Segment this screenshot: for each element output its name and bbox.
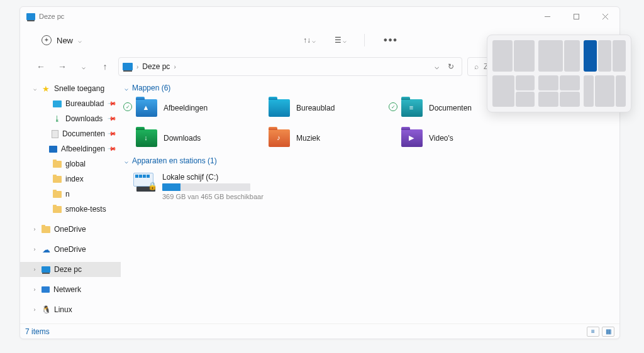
svg-rect-1 — [574, 14, 579, 19]
network-icon — [42, 286, 50, 293]
minimize-button[interactable] — [533, 7, 562, 26]
status-bar: 7 items ≡ ▦ — [20, 323, 619, 339]
drive-label: Lokale schijf (C:) — [162, 173, 264, 182]
plus-icon: + — [42, 35, 52, 45]
drive-item[interactable]: 🔒 Lokale schijf (C:) 369 GB van 465 GB b… — [123, 169, 614, 200]
folder-icon: ▶ — [401, 129, 423, 147]
snap-layouts-popup — [487, 35, 631, 112]
address-bar[interactable]: › Deze pc › ⌵ ↻ — [118, 57, 462, 76]
folder-icon: ↓ — [136, 129, 157, 147]
folder-icon — [269, 99, 290, 117]
lock-icon: 🔒 — [148, 182, 157, 190]
folder-item[interactable]: ↓Downloads — [123, 126, 252, 150]
sort-button[interactable]: ↑↓ ⌵ — [299, 33, 319, 47]
folder-label: Bureaublad — [296, 104, 335, 112]
sidebar-quick-access[interactable]: ⌵★ Snelle toegang — [20, 81, 121, 96]
folder-item[interactable]: ✓▲Afbeeldingen — [123, 96, 252, 120]
sidebar-item-downloads[interactable]: ›⭳Downloads📌 — [20, 111, 121, 126]
content-pane: ⌵ Mappen (6) ✓▲AfbeeldingenBureaublad✓≡D… — [121, 79, 619, 323]
search-icon: ⌕ — [474, 62, 479, 71]
sync-check-icon: ✓ — [123, 102, 132, 111]
folder-label: Muziek — [296, 134, 320, 143]
maximize-button[interactable] — [562, 7, 591, 26]
sidebar-this-pc[interactable]: ›Deze pc — [20, 262, 121, 277]
chevron-down-icon: ⌵ — [78, 37, 82, 44]
back-button[interactable]: ← — [33, 58, 49, 75]
folder-icon — [53, 176, 62, 183]
desktop-icon — [53, 100, 62, 107]
forward-button[interactable]: → — [54, 58, 70, 75]
folder-icon: ▲ — [136, 99, 157, 117]
folder-label: Video's — [429, 134, 453, 143]
folder-item[interactable]: ▶Video's — [389, 126, 518, 150]
sidebar-item-folder[interactable]: ›smoke-tests — [20, 202, 121, 217]
document-icon — [52, 130, 58, 138]
sidebar-item-documents[interactable]: ›Documenten📌 — [20, 126, 121, 141]
linux-icon: 🐧 — [42, 305, 50, 314]
section-drives[interactable]: ⌵ Apparaten en stations (1) — [123, 154, 614, 169]
download-icon: ⭳ — [53, 114, 62, 123]
folder-icon — [42, 226, 50, 233]
icons-view-button[interactable]: ▦ — [602, 327, 614, 337]
new-button[interactable]: + New ⌵ — [35, 33, 88, 48]
window-controls — [533, 7, 619, 26]
chevron-down-icon: ⌵ — [125, 158, 128, 165]
separator — [364, 34, 365, 46]
sidebar-item-folder[interactable]: ›global — [20, 156, 121, 171]
folder-label: Afbeeldingen — [164, 104, 208, 112]
view-button[interactable]: ☰ ⌵ — [331, 33, 350, 47]
snap-layout-quad[interactable] — [538, 75, 580, 107]
pin-icon: 📌 — [108, 114, 117, 124]
sidebar-item-desktop[interactable]: ›Bureaublad📌 — [20, 96, 121, 111]
pin-icon: 📌 — [108, 144, 117, 154]
sidebar-label: Documenten — [62, 129, 105, 138]
cloud-icon: ☁ — [42, 245, 50, 254]
sidebar-item-folder[interactable]: ›index — [20, 171, 121, 187]
breadcrumb-root[interactable]: Deze pc — [142, 62, 170, 71]
refresh-button[interactable]: ↻ — [448, 62, 454, 71]
sidebar-label: Bureaublad — [65, 99, 104, 108]
folder-item[interactable]: ♪Muziek — [256, 126, 385, 150]
chevron-right-icon: › — [136, 63, 138, 70]
snap-layout-left-stack[interactable] — [492, 75, 535, 107]
sync-check-icon: ✓ — [389, 102, 397, 111]
pin-icon: 📌 — [108, 129, 117, 139]
section-title: Mappen (6) — [132, 84, 170, 92]
sidebar-label: Linux — [54, 305, 72, 314]
folder-item[interactable]: Bureaublad — [256, 96, 385, 120]
star-icon: ★ — [42, 84, 50, 93]
sidebar-label: Afbeeldingen — [61, 144, 105, 153]
snap-layout-5050[interactable] — [492, 40, 535, 72]
folder-label: Documenten — [429, 104, 472, 112]
details-view-button[interactable]: ≡ — [587, 327, 599, 337]
sidebar-label: Downloads — [65, 114, 103, 123]
pin-icon: 📌 — [108, 99, 117, 109]
more-button[interactable]: ••• — [379, 32, 403, 48]
snap-layout-thirds[interactable] — [584, 40, 626, 72]
window-title: Deze pc — [39, 13, 64, 20]
drive-subtext: 369 GB van 465 GB beschikbaar — [162, 193, 264, 200]
drive-icon: 🔒 — [133, 173, 156, 192]
snap-layout-7030[interactable] — [538, 40, 580, 72]
folder-icon — [53, 191, 62, 198]
folder-icon: ♪ — [269, 129, 290, 147]
nav-pane: ⌵★ Snelle toegang ›Bureaublad📌 ›⭳Downloa… — [20, 79, 121, 323]
this-pc-icon — [42, 266, 50, 273]
sidebar-item-folder[interactable]: ›n — [20, 187, 121, 202]
this-pc-icon — [123, 63, 133, 70]
close-button[interactable] — [591, 7, 619, 26]
sidebar-label: OneDrive — [54, 245, 86, 254]
chevron-down-icon: ⌵ — [125, 85, 128, 92]
sidebar-label: OneDrive — [54, 225, 86, 234]
sidebar-onedrive-cloud[interactable]: ›☁OneDrive — [20, 242, 121, 257]
sidebar-onedrive[interactable]: ›OneDrive — [20, 222, 121, 237]
snap-layout-center-wide[interactable] — [584, 75, 626, 107]
up-button[interactable]: ↑ — [97, 58, 113, 75]
recent-button[interactable]: ⌵ — [75, 58, 92, 75]
sidebar-item-pictures[interactable]: ›Afbeeldingen📌 — [20, 141, 121, 156]
folder-icon — [53, 206, 62, 213]
item-count: 7 items — [25, 327, 50, 336]
sidebar-linux[interactable]: ›🐧Linux — [20, 302, 121, 317]
sidebar-network[interactable]: ›Netwerk — [20, 282, 121, 297]
address-dropdown-icon[interactable]: ⌵ — [435, 62, 439, 71]
